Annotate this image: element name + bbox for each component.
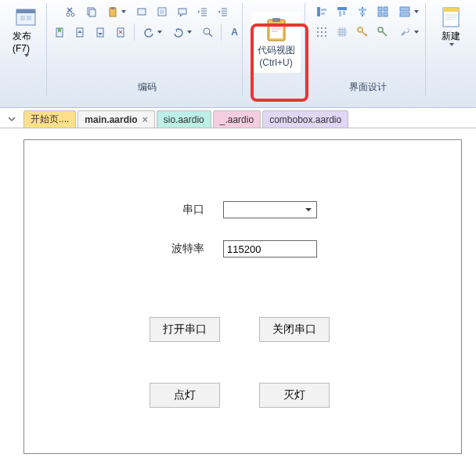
svg-rect-49 bbox=[443, 8, 459, 12]
code-view-button[interactable]: 代码视图 (Ctrl+U) bbox=[252, 12, 301, 73]
svg-rect-7 bbox=[89, 9, 96, 16]
svg-rect-12 bbox=[160, 9, 164, 14]
wrench-icon[interactable] bbox=[395, 23, 423, 41]
code-view-shortcut: (Ctrl+U) bbox=[259, 57, 292, 68]
close-serial-button[interactable]: 关闭串口 bbox=[259, 317, 330, 342]
tab-underscore[interactable]: _.aardio bbox=[213, 110, 261, 128]
ribbon-group-publish: 发布(F7) bbox=[5, 3, 47, 95]
light-off-button[interactable]: 灭灯 bbox=[259, 383, 330, 408]
svg-point-45 bbox=[325, 35, 326, 37]
align-left-icon[interactable] bbox=[313, 3, 330, 20]
publish-icon bbox=[13, 5, 38, 30]
svg-rect-31 bbox=[378, 7, 382, 11]
open-serial-button[interactable]: 打开串口 bbox=[150, 317, 220, 342]
new-icon bbox=[438, 5, 463, 30]
new-label: 新建 bbox=[442, 30, 460, 43]
svg-point-38 bbox=[321, 27, 323, 29]
chevron-down-icon bbox=[7, 114, 16, 124]
svg-rect-25 bbox=[337, 7, 347, 10]
svg-rect-28 bbox=[362, 7, 363, 16]
grid-dots-icon[interactable] bbox=[313, 23, 330, 41]
baud-label: 波特率 bbox=[157, 242, 204, 256]
svg-point-37 bbox=[317, 27, 319, 29]
redo-button[interactable] bbox=[169, 23, 196, 41]
document-tabbar: 开始页.... main.aardio× sio.aardio _.aardio… bbox=[0, 108, 476, 128]
copy-icon[interactable] bbox=[83, 3, 100, 20]
publish-button[interactable]: 发布(F7) bbox=[9, 3, 41, 59]
svg-rect-10 bbox=[138, 9, 146, 15]
group-label-uidesign: 界面设计 bbox=[310, 81, 425, 94]
tab-startpage[interactable]: 开始页.... bbox=[23, 110, 76, 128]
key-icon[interactable] bbox=[354, 23, 371, 41]
grid-lines-icon[interactable] bbox=[334, 23, 351, 41]
svg-rect-36 bbox=[400, 13, 409, 16]
svg-rect-3 bbox=[27, 16, 31, 20]
svg-rect-22 bbox=[317, 7, 320, 16]
svg-point-39 bbox=[325, 27, 326, 29]
code-view-label: 代码视图 bbox=[258, 45, 295, 56]
serial-combobox[interactable] bbox=[223, 201, 317, 218]
ribbon-group-uidesign: 界面设计 bbox=[310, 3, 426, 95]
editor-area: 串口 波特率 打开串口 关闭串口 点灯 灭灯 bbox=[0, 128, 476, 454]
undo-button[interactable] bbox=[139, 23, 166, 41]
align-top-icon[interactable] bbox=[334, 3, 351, 20]
tool-icon-1[interactable] bbox=[133, 3, 150, 20]
tool-icon-2[interactable] bbox=[153, 3, 171, 20]
bookmark-next-icon[interactable] bbox=[92, 23, 109, 41]
tab-main[interactable]: main.aardio× bbox=[78, 110, 154, 128]
svg-rect-32 bbox=[384, 7, 388, 11]
ribbon-toolbar: 发布(F7) bbox=[0, 0, 476, 108]
svg-rect-35 bbox=[400, 7, 409, 11]
light-on-button[interactable]: 点灯 bbox=[150, 383, 220, 408]
svg-point-41 bbox=[321, 31, 323, 33]
svg-rect-30 bbox=[360, 13, 365, 15]
paste-icon[interactable] bbox=[103, 3, 130, 20]
svg-rect-16 bbox=[97, 28, 103, 37]
ribbon-group-encoding: A 编码 bbox=[52, 3, 243, 95]
svg-rect-13 bbox=[178, 9, 186, 14]
svg-rect-26 bbox=[339, 11, 341, 16]
svg-point-44 bbox=[321, 35, 323, 37]
svg-rect-1 bbox=[16, 9, 35, 13]
svg-rect-2 bbox=[20, 16, 25, 20]
comment-icon[interactable] bbox=[174, 3, 191, 20]
ribbon-group-codeview: 代码视图 (Ctrl+U) bbox=[247, 3, 305, 95]
find-icon[interactable] bbox=[199, 23, 216, 41]
group-label-encoding: 编码 bbox=[52, 81, 242, 94]
svg-rect-24 bbox=[321, 13, 325, 15]
svg-rect-33 bbox=[378, 13, 382, 16]
new-button[interactable]: 新建 bbox=[435, 3, 467, 48]
bookmark-prev-icon[interactable] bbox=[71, 23, 88, 41]
tab-combobox[interactable]: combobox.aardio bbox=[262, 110, 348, 128]
svg-point-5 bbox=[71, 13, 74, 16]
format-icon[interactable]: A bbox=[226, 23, 243, 41]
svg-point-40 bbox=[317, 31, 319, 33]
svg-point-18 bbox=[204, 28, 210, 34]
tab-sio[interactable]: sio.aardio bbox=[157, 110, 211, 128]
align-center-icon[interactable] bbox=[354, 3, 371, 20]
layout-more-icon[interactable] bbox=[395, 3, 423, 20]
ribbon-group-new: 新建 bbox=[431, 3, 471, 95]
key2-icon[interactable] bbox=[374, 23, 391, 41]
svg-rect-21 bbox=[272, 18, 280, 22]
baud-input[interactable] bbox=[223, 240, 317, 258]
svg-rect-29 bbox=[359, 9, 366, 11]
tab-scroll-button[interactable] bbox=[3, 110, 20, 128]
svg-rect-34 bbox=[384, 13, 388, 16]
outdent-icon[interactable] bbox=[194, 3, 211, 20]
form-canvas[interactable]: 串口 波特率 打开串口 关闭串口 点灯 灭灯 bbox=[23, 139, 462, 454]
chevron-down-icon bbox=[449, 43, 454, 46]
chevron-down-icon bbox=[24, 54, 29, 57]
serial-label: 串口 bbox=[157, 203, 204, 217]
publish-label: 发布(F7) bbox=[13, 30, 38, 54]
bookmark-icon[interactable] bbox=[51, 23, 68, 41]
clipboard-icon bbox=[263, 16, 290, 43]
combobox-dropdown-button[interactable] bbox=[302, 203, 315, 216]
bookmark-clear-icon[interactable] bbox=[112, 23, 129, 41]
indent-icon[interactable] bbox=[215, 3, 232, 20]
layout-grid-icon[interactable] bbox=[374, 3, 391, 20]
svg-rect-23 bbox=[321, 9, 326, 11]
cut-icon[interactable] bbox=[63, 3, 80, 20]
close-icon[interactable]: × bbox=[142, 114, 148, 125]
svg-rect-27 bbox=[343, 11, 345, 15]
